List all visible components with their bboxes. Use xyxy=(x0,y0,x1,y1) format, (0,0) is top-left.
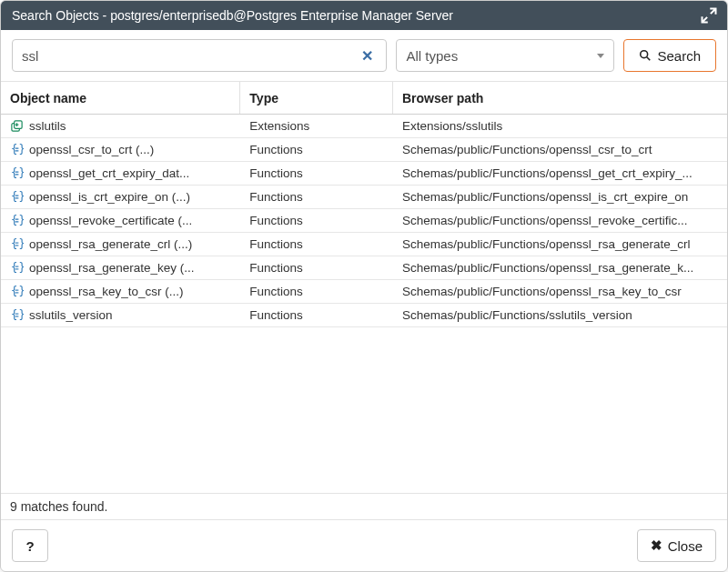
svg-text:}: } xyxy=(18,308,24,321)
close-button[interactable]: ✖ Close xyxy=(637,529,716,562)
cell-name: {}openssl_rsa_key_to_csr (...) xyxy=(1,285,240,298)
grid-body: sslutilsExtensionsExtensions/sslutils{}o… xyxy=(1,115,727,493)
function-icon: {} xyxy=(10,190,24,204)
search-objects-dialog: Search Objects - postgres/enterprisedb@P… xyxy=(0,0,728,572)
table-row[interactable]: {}openssl_revoke_certificate (...Functio… xyxy=(1,209,727,233)
search-icon xyxy=(639,49,652,62)
cell-name: {}openssl_csr_to_crt (...) xyxy=(1,143,240,156)
help-button[interactable]: ? xyxy=(12,529,48,562)
cell-path: Schemas/public/Functions/openssl_rsa_key… xyxy=(393,285,727,298)
svg-text:{: { xyxy=(11,143,17,156)
svg-text:}: } xyxy=(18,166,24,179)
search-button[interactable]: Search xyxy=(623,39,716,72)
object-name: sslutils_version xyxy=(29,308,113,322)
cell-name: {}openssl_revoke_certificate (... xyxy=(1,214,240,227)
cell-path: Schemas/public/Functions/openssl_csr_to_… xyxy=(393,143,727,156)
grid-header: Object name Type Browser path xyxy=(1,82,727,115)
extension-icon xyxy=(10,119,24,133)
cell-path: Extensions/sslutils xyxy=(393,119,727,133)
cell-type: Functions xyxy=(240,308,393,322)
table-row[interactable]: sslutilsExtensionsExtensions/sslutils xyxy=(1,115,727,138)
function-icon: {} xyxy=(10,214,24,227)
svg-text:}: } xyxy=(18,261,24,274)
search-button-label: Search xyxy=(657,48,701,64)
function-icon: {} xyxy=(10,261,24,275)
object-name: openssl_revoke_certificate (... xyxy=(29,214,192,227)
svg-text:{: { xyxy=(11,214,17,226)
cell-name: {}openssl_rsa_generate_crl (...) xyxy=(1,237,240,251)
table-row[interactable]: {}openssl_csr_to_crt (...)FunctionsSchem… xyxy=(1,138,727,162)
type-filter-label: All types xyxy=(406,48,458,64)
svg-text:}: } xyxy=(18,190,24,203)
window-title: Search Objects - postgres/enterprisedb@P… xyxy=(12,8,700,23)
close-icon: ✖ xyxy=(651,537,662,554)
svg-text:}: } xyxy=(18,285,24,297)
cell-type: Extensions xyxy=(240,119,393,133)
cell-type: Functions xyxy=(240,190,393,204)
search-input[interactable] xyxy=(22,48,358,64)
expand-icon[interactable] xyxy=(700,6,718,25)
function-icon: {} xyxy=(10,166,24,180)
cell-path: Schemas/public/Functions/openssl_rsa_gen… xyxy=(393,237,727,251)
column-header-path[interactable]: Browser path xyxy=(393,91,727,105)
cell-path: Schemas/public/Functions/openssl_get_crt… xyxy=(393,166,727,180)
column-header-type[interactable]: Type xyxy=(240,82,393,114)
cell-path: Schemas/public/Functions/openssl_revoke_… xyxy=(393,214,727,227)
svg-text:}: } xyxy=(18,143,24,156)
table-row[interactable]: {}openssl_is_crt_expire_on (...)Function… xyxy=(1,186,727,209)
close-button-label: Close xyxy=(668,538,703,554)
cell-path: Schemas/public/Functions/openssl_rsa_gen… xyxy=(393,261,727,275)
object-name: openssl_is_crt_expire_on (...) xyxy=(29,190,190,204)
svg-text:}: } xyxy=(18,237,24,250)
object-name: openssl_get_crt_expiry_dat... xyxy=(29,166,189,180)
object-name: openssl_csr_to_crt (...) xyxy=(29,143,154,156)
cell-type: Functions xyxy=(240,166,393,180)
results-grid: Object name Type Browser path sslutilsEx… xyxy=(1,82,727,493)
table-row[interactable]: {}openssl_rsa_generate_key (...Functions… xyxy=(1,256,727,280)
table-row[interactable]: {}openssl_get_crt_expiry_dat...Functions… xyxy=(1,162,727,186)
cell-type: Functions xyxy=(240,214,393,227)
svg-text:}: } xyxy=(18,214,24,226)
svg-text:{: { xyxy=(11,190,17,203)
cell-name: sslutils xyxy=(1,119,240,133)
function-icon: {} xyxy=(10,143,24,156)
object-name: openssl_rsa_generate_crl (...) xyxy=(29,237,192,251)
cell-path: Schemas/public/Functions/sslutils_versio… xyxy=(393,308,727,322)
svg-text:{: { xyxy=(11,285,17,297)
column-header-name[interactable]: Object name xyxy=(1,82,240,114)
object-name: openssl_rsa_key_to_csr (...) xyxy=(29,285,184,298)
object-name: openssl_rsa_generate_key (... xyxy=(29,261,195,275)
chevron-down-icon xyxy=(597,54,604,58)
svg-text:{: { xyxy=(11,166,17,179)
svg-text:{: { xyxy=(11,308,17,321)
cell-name: {}openssl_is_crt_expire_on (...) xyxy=(1,190,240,204)
cell-name: {}sslutils_version xyxy=(1,308,240,322)
cell-type: Functions xyxy=(240,285,393,298)
clear-search-icon[interactable]: ✕ xyxy=(358,47,377,65)
svg-line-1 xyxy=(647,57,651,61)
status-bar: 9 matches found. xyxy=(1,493,727,519)
cell-type: Functions xyxy=(240,143,393,156)
svg-text:{: { xyxy=(11,261,17,274)
function-icon: {} xyxy=(10,237,24,251)
footer: ? ✖ Close xyxy=(1,519,727,571)
svg-text:{: { xyxy=(11,237,17,250)
cell-name: {}openssl_rsa_generate_key (... xyxy=(1,261,240,275)
table-row[interactable]: {}openssl_rsa_generate_crl (...)Function… xyxy=(1,233,727,256)
table-row[interactable]: {}openssl_rsa_key_to_csr (...)FunctionsS… xyxy=(1,280,727,304)
svg-point-0 xyxy=(641,51,648,58)
cell-path: Schemas/public/Functions/openssl_is_crt_… xyxy=(393,190,727,204)
titlebar: Search Objects - postgres/enterprisedb@P… xyxy=(1,1,727,30)
cell-type: Functions xyxy=(240,237,393,251)
type-filter-select[interactable]: All types xyxy=(396,39,614,72)
search-toolbar: ✕ All types Search xyxy=(1,30,727,82)
object-name: sslutils xyxy=(29,119,66,133)
cell-type: Functions xyxy=(240,261,393,275)
table-row[interactable]: {}sslutils_versionFunctionsSchemas/publi… xyxy=(1,304,727,327)
cell-name: {}openssl_get_crt_expiry_dat... xyxy=(1,166,240,180)
search-input-wrapper: ✕ xyxy=(12,39,387,72)
function-icon: {} xyxy=(10,285,24,298)
function-icon: {} xyxy=(10,308,24,322)
